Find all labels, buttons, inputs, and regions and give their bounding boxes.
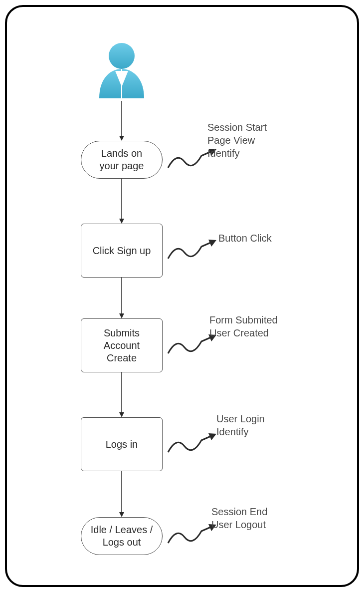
event-label-login: User Login Identify xyxy=(216,412,265,438)
flowchart-diagram: Lands on your page Session Start Page Vi… xyxy=(7,7,357,585)
node-label: Idle / Leaves / Logs out xyxy=(90,524,153,549)
user-icon xyxy=(94,41,149,101)
svg-marker-9 xyxy=(119,313,124,318)
event-label-idle: Session End User Logout xyxy=(211,505,267,531)
node-logs-in: Logs in xyxy=(81,417,163,471)
event-label-signup: Button Click xyxy=(218,232,272,245)
arrow-down-icon xyxy=(118,278,125,318)
svg-point-0 xyxy=(109,43,135,69)
diagram-frame: Lands on your page Session Start Page Vi… xyxy=(5,5,359,587)
svg-marker-3 xyxy=(119,136,124,141)
arrow-down-icon xyxy=(118,101,125,141)
event-label-lands: Session Start Page View Identify xyxy=(207,121,267,160)
event-label-submit: Form Submited User Created xyxy=(209,313,278,339)
node-label: Submits Account Create xyxy=(88,327,155,364)
arrow-down-icon xyxy=(118,372,125,417)
arrow-down-icon xyxy=(118,471,125,517)
svg-marker-12 xyxy=(119,412,124,417)
node-click-signup: Click Sign up xyxy=(81,224,163,278)
svg-marker-6 xyxy=(119,219,124,224)
svg-marker-15 xyxy=(119,512,124,517)
node-label: Lands on your page xyxy=(90,147,153,172)
squiggle-arrow-icon xyxy=(166,431,220,456)
node-idle-logout: Idle / Leaves / Logs out xyxy=(81,517,163,555)
node-label: Logs in xyxy=(106,438,138,451)
arrow-down-icon xyxy=(118,179,125,224)
squiggle-arrow-icon xyxy=(166,238,220,263)
node-submits-account: Submits Account Create xyxy=(81,318,163,372)
node-label: Click Sign up xyxy=(93,245,151,257)
node-lands-on-page: Lands on your page xyxy=(81,141,163,179)
